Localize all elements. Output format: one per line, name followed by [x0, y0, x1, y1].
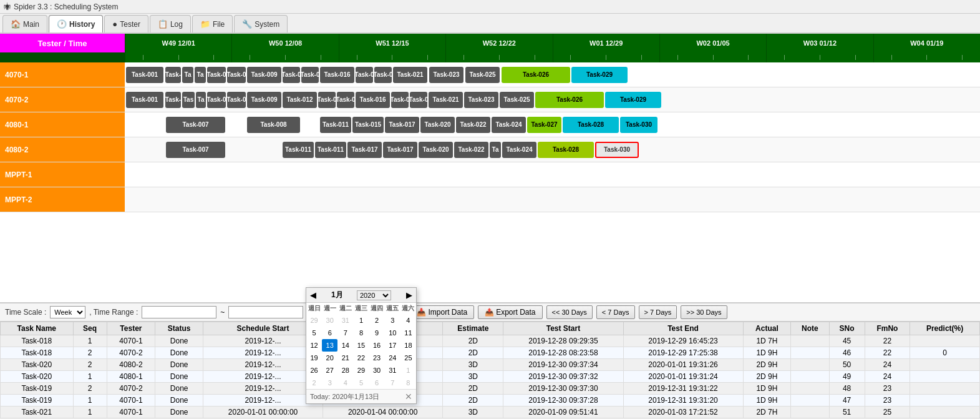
task-block[interactable]: Task-028 — [563, 117, 619, 133]
task-block[interactable]: Task-0 — [227, 92, 246, 108]
cal-year-select[interactable]: 2020 2019 2021 — [357, 290, 391, 300]
task-block[interactable]: Task-0 — [337, 92, 354, 108]
cal-day-cell[interactable]: 30 — [322, 314, 337, 327]
task-block[interactable]: Task-030 — [595, 142, 639, 158]
task-block[interactable]: Task-023 — [429, 67, 463, 83]
task-block[interactable]: Task-0 — [391, 92, 409, 108]
cal-day-cell[interactable]: 3 — [322, 377, 337, 389]
cal-day-cell[interactable]: 25 — [400, 352, 416, 364]
task-block[interactable]: Task-0 — [356, 67, 373, 83]
cal-day-cell[interactable]: 11 — [400, 327, 416, 339]
timescale-select[interactable]: Week Day Month — [50, 306, 85, 318]
task-block[interactable]: Task-022 — [456, 117, 490, 133]
cal-day-cell[interactable]: 18 — [400, 339, 416, 352]
task-block[interactable]: Task-029 — [605, 92, 661, 108]
task-block[interactable]: Task-029 — [571, 67, 628, 83]
cal-day-cell[interactable]: 31 — [385, 364, 400, 377]
cal-day-cell[interactable]: 29 — [306, 314, 322, 327]
tab-file[interactable]: 📁 File — [192, 15, 233, 32]
task-block[interactable]: Task-017 — [385, 117, 419, 133]
task-block[interactable]: Task-0 — [227, 67, 246, 83]
cal-day-cell[interactable]: 16 — [369, 339, 385, 352]
task-block[interactable]: Task-0 — [283, 67, 300, 83]
cal-day-cell[interactable]: 8 — [353, 327, 369, 339]
back30-btn[interactable]: << 30 Days — [546, 305, 593, 319]
cal-day-cell[interactable]: 20 — [322, 352, 337, 364]
cal-day-cell[interactable]: 4 — [337, 377, 353, 389]
task-block[interactable]: Task-020 — [420, 117, 455, 133]
task-block[interactable]: Task-030 — [620, 117, 657, 133]
task-block[interactable]: Task-007 — [166, 142, 225, 158]
tab-system[interactable]: 🔧 System — [234, 15, 288, 32]
task-block[interactable]: Task-0 — [410, 92, 427, 108]
tab-tester[interactable]: ● Tester — [104, 15, 148, 32]
task-block[interactable]: Task-025 — [500, 92, 534, 108]
cal-day-cell[interactable]: 24 — [385, 352, 400, 364]
task-block[interactable]: Task- — [165, 92, 181, 108]
cal-day-cell[interactable]: 10 — [385, 327, 400, 339]
task-block[interactable]: Ta — [196, 92, 206, 108]
fwd30-btn[interactable]: >> 30 Days — [681, 305, 727, 319]
tab-main[interactable]: 🏠 Main — [2, 15, 47, 32]
back7-btn[interactable]: < 7 Days — [596, 305, 635, 319]
task-block[interactable]: Ta — [195, 67, 206, 83]
task-block[interactable]: Task-023 — [464, 92, 498, 108]
task-block[interactable]: Task-015 — [352, 117, 384, 133]
task-block[interactable]: Task-016 — [356, 92, 390, 108]
task-block[interactable]: Task-0 — [301, 67, 319, 83]
task-block[interactable]: Task-007 — [166, 117, 225, 133]
cal-day-cell[interactable]: 7 — [337, 327, 353, 339]
cal-day-cell[interactable]: 6 — [322, 327, 337, 339]
cal-day-cell[interactable]: 30 — [369, 364, 385, 377]
task-block[interactable]: Task-0 — [318, 92, 336, 108]
task-block[interactable]: Task-024 — [492, 117, 526, 133]
task-block[interactable]: Task-001 — [126, 67, 163, 83]
cal-close-btn[interactable]: ✕ — [405, 392, 412, 402]
task-block[interactable]: Task-016 — [320, 67, 354, 83]
task-block[interactable]: Task-027 — [527, 117, 561, 133]
cal-day-cell[interactable]: 7 — [385, 377, 400, 389]
cal-day-cell[interactable]: 31 — [337, 314, 353, 327]
timerange-end-input[interactable] — [228, 306, 303, 318]
task-block[interactable]: Task-011 — [283, 142, 314, 158]
cal-day-cell[interactable]: 28 — [337, 364, 353, 377]
timerange-start-input[interactable] — [142, 306, 216, 318]
task-block[interactable]: Task-017 — [347, 142, 382, 158]
cal-day-cell[interactable]: 15 — [353, 339, 369, 352]
task-block[interactable]: Ta — [490, 142, 501, 158]
task-block[interactable]: Task-0 — [374, 67, 392, 83]
fwd7-btn[interactable]: > 7 Days — [639, 305, 677, 319]
tab-history[interactable]: 🕐 History — [49, 15, 103, 32]
task-block[interactable]: Task-024 — [502, 142, 536, 158]
task-block[interactable]: Ta — [182, 67, 193, 83]
task-block[interactable]: Task-009 — [247, 92, 281, 108]
cal-day-cell[interactable]: 6 — [369, 377, 385, 389]
cal-day-cell[interactable]: 12 — [306, 339, 322, 352]
cal-day-cell[interactable]: 26 — [306, 364, 322, 377]
import-btn[interactable]: 📥 Import Data — [410, 305, 474, 319]
cal-prev-btn[interactable]: ◀ — [309, 290, 318, 300]
task-block[interactable]: Task-021 — [429, 92, 463, 108]
cal-day-cell[interactable]: 19 — [306, 352, 322, 364]
task-block[interactable]: Task-0 — [207, 67, 226, 83]
cal-day-cell[interactable]: 2 — [306, 377, 322, 389]
task-block[interactable]: Task-0 — [207, 92, 226, 108]
cal-day-cell[interactable]: 23 — [369, 352, 385, 364]
cal-day-cell[interactable]: 1 — [400, 364, 416, 377]
task-block[interactable]: Task-025 — [465, 67, 500, 83]
task-block[interactable]: Task-026 — [502, 67, 570, 83]
cal-day-cell[interactable]: 1 — [353, 314, 369, 327]
task-block[interactable]: Task-011 — [320, 117, 351, 133]
task-block[interactable]: Task-021 — [393, 67, 427, 83]
task-block[interactable]: Task-012 — [283, 92, 317, 108]
cal-day-cell[interactable]: 29 — [353, 364, 369, 377]
cal-day-cell[interactable]: 5 — [353, 377, 369, 389]
cal-day-cell[interactable]: 21 — [337, 352, 353, 364]
cal-day-cell[interactable]: 2 — [369, 314, 385, 327]
task-block[interactable]: Tas — [182, 92, 195, 108]
cal-day-cell[interactable]: 14 — [337, 339, 353, 352]
cal-day-cell[interactable]: 4 — [400, 314, 416, 327]
task-block[interactable]: Task-009 — [247, 67, 281, 83]
cal-day-cell[interactable]: 17 — [385, 339, 400, 352]
cal-next-btn[interactable]: ▶ — [405, 290, 414, 300]
